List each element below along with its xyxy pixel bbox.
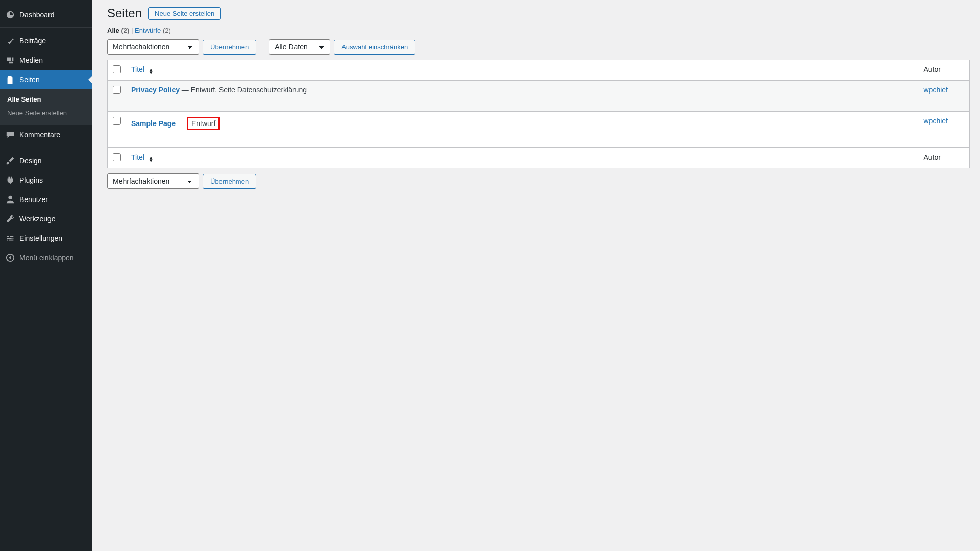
menu-label: Medien	[19, 55, 43, 66]
menu-label: Dashboard	[19, 9, 55, 20]
page-header: Seiten Neue Seite erstellen	[107, 6, 970, 20]
dashboard-icon	[5, 10, 15, 20]
select-all-checkbox-top[interactable]	[113, 65, 121, 73]
menu-label: Plugins	[19, 174, 43, 186]
pages-icon	[5, 74, 15, 85]
title-column-header[interactable]: Titel ▲▼	[126, 60, 919, 81]
filter-all[interactable]: Alle (2)	[107, 27, 131, 34]
menu-item-posts[interactable]: Beiträge	[0, 31, 92, 51]
pin-icon	[5, 36, 15, 46]
select-all-header-top	[108, 60, 127, 81]
menu-item-pages[interactable]: Seiten	[0, 70, 92, 89]
admin-sidebar: Dashboard Beiträge Medien Seiten Alle Se…	[0, 0, 92, 209]
menu-separator	[0, 27, 92, 31]
main-content: Seiten Neue Seite erstellen Alle (2) | E…	[92, 0, 980, 209]
menu-item-dashboard[interactable]: Dashboard	[0, 5, 92, 24]
author-column-header: Autor	[919, 60, 970, 81]
title-column-footer[interactable]: Titel ▲▼	[126, 148, 919, 168]
highlighted-status: Entwurf	[187, 117, 220, 130]
menu-item-plugins[interactable]: Plugins	[0, 170, 92, 190]
author-link[interactable]: wpchief	[924, 86, 948, 94]
page-status-prefix: —	[178, 119, 187, 128]
select-all-footer	[108, 148, 127, 168]
row-checkbox[interactable]	[113, 117, 121, 125]
svg-point-0	[8, 196, 12, 199]
media-icon	[5, 55, 15, 65]
table-row: Sample Page — Entwurf wpchief	[108, 112, 970, 148]
submenu-pages: Alle Seiten Neue Seite erstellen	[0, 89, 92, 125]
top-tablenav: Mehrfachaktionen Übernehmen Alle Daten A…	[107, 39, 970, 55]
user-icon	[5, 194, 15, 205]
bottom-tablenav: Mehrfachaktionen Übernehmen	[107, 173, 970, 189]
page-title-link[interactable]: Privacy Policy	[131, 86, 180, 94]
pages-table: Titel ▲▼ Autor Privacy Policy — Entwurf,…	[107, 60, 970, 168]
menu-item-media[interactable]: Medien	[0, 51, 92, 70]
row-checkbox[interactable]	[113, 86, 121, 94]
comment-icon	[5, 130, 15, 140]
author-column-footer: Autor	[919, 148, 970, 168]
sort-indicator-icon: ▲▼	[149, 156, 154, 162]
date-filter-select[interactable]: Alle Daten	[269, 39, 330, 55]
submenu-new-page[interactable]: Neue Seite erstellen	[0, 106, 92, 120]
menu-item-users[interactable]: Benutzer	[0, 190, 92, 209]
menu-label: Kommentare	[19, 129, 60, 140]
menu-label: Beiträge	[19, 35, 46, 46]
page-title-link[interactable]: Sample Page	[131, 119, 176, 128]
bulk-action-select-top[interactable]: Mehrfachaktionen	[107, 39, 199, 55]
page-title: Seiten	[107, 6, 142, 20]
table-row: Privacy Policy — Entwurf, Seite Datensch…	[108, 81, 970, 112]
filter-separator: |	[131, 27, 135, 34]
filter-button[interactable]: Auswahl einschränken	[334, 40, 415, 55]
menu-label: Seiten	[19, 74, 40, 85]
apply-button-top[interactable]: Übernehmen	[203, 40, 256, 55]
apply-button-bottom[interactable]: Übernehmen	[203, 174, 256, 189]
bulk-action-select-bottom[interactable]: Mehrfachaktionen	[107, 173, 199, 189]
menu-label: Design	[19, 155, 42, 166]
menu-separator	[0, 147, 92, 151]
page-status-meta: — Entwurf, Seite Datenschutzerklärung	[182, 86, 307, 94]
brush-icon	[5, 156, 15, 166]
author-link[interactable]: wpchief	[924, 117, 948, 125]
plugin-icon	[5, 175, 15, 185]
menu-item-appearance[interactable]: Design	[0, 151, 92, 170]
filter-drafts[interactable]: Entwürfe (2)	[135, 27, 171, 34]
submenu-all-pages[interactable]: Alle Seiten	[0, 92, 92, 106]
select-all-checkbox-bottom[interactable]	[113, 153, 121, 161]
menu-label: Benutzer	[19, 194, 48, 205]
sort-indicator-icon: ▲▼	[149, 68, 154, 74]
title-cell: Privacy Policy — Entwurf, Seite Datensch…	[126, 81, 919, 112]
add-new-page-button[interactable]: Neue Seite erstellen	[148, 7, 221, 20]
title-cell: Sample Page — Entwurf	[126, 112, 919, 148]
menu-item-comments[interactable]: Kommentare	[0, 125, 92, 144]
filter-links: Alle (2) | Entwürfe (2)	[107, 27, 970, 34]
